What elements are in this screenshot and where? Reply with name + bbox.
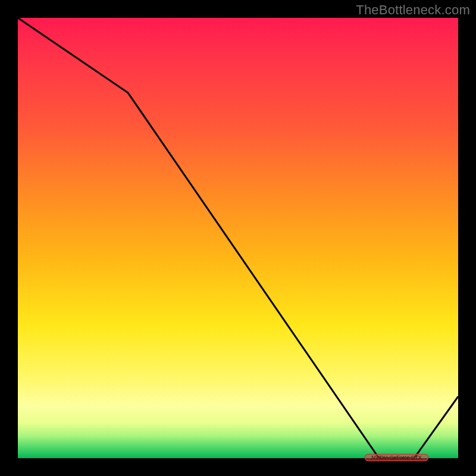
chart-canvas: TheBottleneck.com NVIDIA GeForce GTX [0,0,476,476]
legend-label: NVIDIA GeForce GTX [371,455,422,461]
legend-pill: NVIDIA GeForce GTX [365,455,428,461]
watermark-text: TheBottleneck.com [356,2,470,18]
plot-area: NVIDIA GeForce GTX [18,18,458,458]
series-line [18,18,458,458]
chart-overlay: NVIDIA GeForce GTX [18,18,458,458]
